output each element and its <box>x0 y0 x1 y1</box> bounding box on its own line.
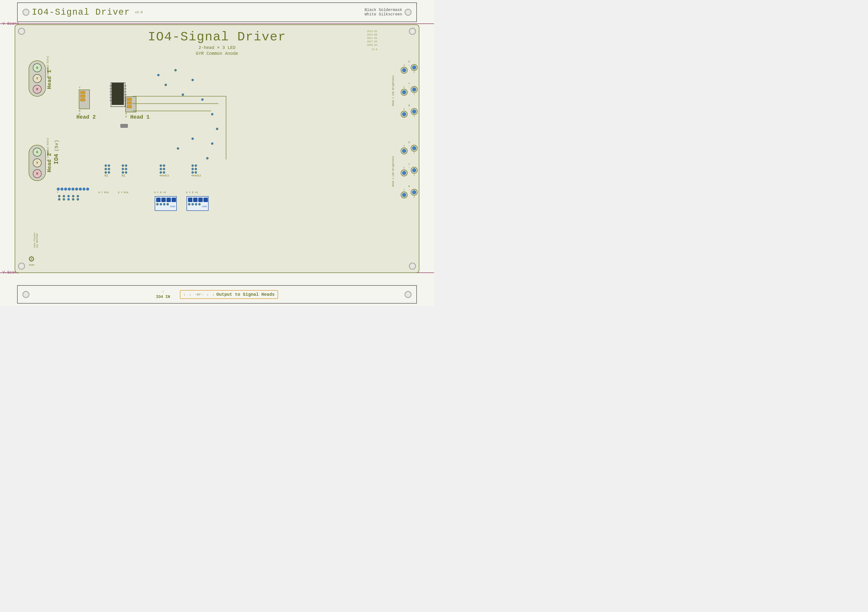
scatter-hole-1 <box>157 74 160 76</box>
trim-pot-g1[interactable] <box>411 64 418 71</box>
trim-pot-y1[interactable] <box>411 86 418 93</box>
head2-g-pots: 2 ↑ 1 <box>401 145 418 155</box>
head11-hole-3 <box>160 168 162 170</box>
head1-r-brightness-label: R <box>408 104 410 107</box>
h1-holes <box>122 164 127 174</box>
h9 <box>72 198 74 201</box>
scatter-hole-3 <box>191 79 194 81</box>
ic-pin-l3 <box>110 91 112 92</box>
pcb-board: IO4-Signal Driver 2-head × 3 LED GYR Com… <box>15 25 419 273</box>
trace-h2 <box>133 103 219 104</box>
con2-hole3 <box>195 203 197 206</box>
con2-pin4 <box>203 198 208 202</box>
con2-pins <box>187 197 208 203</box>
head1-conn-block <box>126 96 136 112</box>
trim-pot-r3[interactable] <box>401 111 408 117</box>
head12-pair2 <box>191 168 201 170</box>
trim-pot-h2g1[interactable] <box>411 145 418 151</box>
head12-hole-6 <box>195 171 197 174</box>
trim-pot-h2g2[interactable] <box>401 147 408 155</box>
h1-label: H1 <box>122 174 127 178</box>
pcb-screw-bl <box>18 263 25 270</box>
dip-pin-2 <box>60 188 64 190</box>
trim-pot-h2r2[interactable] <box>401 192 408 198</box>
dip-row-number: 1 <box>57 191 89 193</box>
ic-pin-l4 <box>110 94 112 95</box>
trim-pot-g3[interactable] <box>401 67 408 74</box>
io4-in-label: IO4 IN <box>156 295 170 299</box>
pcb-screw-br <box>409 263 416 270</box>
dip-pin-4 <box>68 188 71 190</box>
up-arrow: ↑ <box>162 290 164 294</box>
h1-hole-3 <box>122 168 124 170</box>
con2-hole2 <box>191 203 194 206</box>
dip-connector-row: 1 <box>57 188 89 193</box>
head2-connector-block: Y R G <box>79 86 90 116</box>
head1-center-label: Head 1 <box>130 114 150 121</box>
head1-r-up: ↑ <box>409 108 410 117</box>
scatter-hole-4 <box>201 98 204 101</box>
head1-y-pot1: 1 <box>411 86 418 96</box>
conn-pin-r1 <box>127 102 132 104</box>
h1-pair3 <box>122 171 127 174</box>
con2-pin1 <box>188 198 192 202</box>
head2-r-label: R <box>79 110 90 113</box>
head2-conn-block <box>79 90 90 109</box>
screw-top-left <box>23 9 29 15</box>
con2-hole4 <box>198 203 201 206</box>
h2-hole-6 <box>108 171 110 174</box>
head2-y-label-b: Y <box>408 163 410 166</box>
trim-pot-h2y1[interactable] <box>411 167 418 174</box>
trim-pot-h2r1[interactable] <box>411 189 418 196</box>
gyrv2-label: G Y R +V <box>186 191 198 194</box>
scatter-hole-2 <box>174 69 177 71</box>
head12-pair3 <box>191 171 201 174</box>
scatter-hole-11 <box>191 138 194 140</box>
version: v2.0 <box>367 48 377 51</box>
h2g-pot2: 2 <box>401 145 408 155</box>
output-arrow-2: ↓ <box>189 292 191 297</box>
h1 <box>58 195 60 198</box>
trim-pot-h2y2[interactable] <box>401 170 408 176</box>
ic-pin-l5 <box>110 97 112 98</box>
head1-r-pots: 3 ↑ 1 <box>401 108 418 117</box>
head11-hole-5 <box>160 171 162 174</box>
con3-hole3 <box>163 203 166 206</box>
head1-y-brightness-label: Y <box>408 82 410 85</box>
head1-y-pots: 3 ↑ 1 <box>401 86 418 96</box>
head11-pair2 <box>160 168 169 170</box>
output-label: Output to Signal Heads <box>216 292 274 297</box>
head11-hole-6 <box>163 171 165 174</box>
h1-hole-4 <box>125 168 127 170</box>
head2-center-label: Head 2 <box>76 114 96 121</box>
h2r-pot1: 1 <box>411 189 418 198</box>
con2-label: CON2 <box>187 206 208 208</box>
head11-hole-1 <box>160 164 162 167</box>
scatter-hole-6 <box>216 128 219 130</box>
head2-r-label-b: R <box>408 185 410 188</box>
gyru-h2-label: G Y R+U <box>98 191 108 194</box>
head2-g-trim: G 2 ↑ 1 <box>401 141 418 155</box>
trim-pot-r1[interactable] <box>411 108 418 115</box>
head12-hole-1 <box>191 164 194 167</box>
head12-connector-area: Head12 <box>191 164 201 177</box>
dip-pin-1 <box>57 188 60 190</box>
con3-block: CON3 <box>155 196 177 211</box>
pcb-title-area: IO4-Signal Driver 2-head × 3 LED GYR Com… <box>59 30 375 56</box>
bottom-panel: ↑ IO4 IN ↓ ↓ -or- ↓ ↓ Output to Signal H… <box>17 285 417 304</box>
or-label: -or- <box>195 292 203 297</box>
ic-pin-r2 <box>124 88 126 89</box>
scatter-hole-7 <box>211 142 214 145</box>
ic-pin-r1 <box>124 85 126 87</box>
head12-label: Head12 <box>191 174 201 177</box>
h1-hole-6 <box>125 171 127 174</box>
gear-oshw-area: ⚙ OSHW <box>29 255 34 266</box>
output-arrow-4: ↓ <box>212 292 214 297</box>
dip-pin-3 <box>64 188 67 190</box>
h6 <box>58 198 60 201</box>
head1-g-pot3: 3 <box>401 64 408 74</box>
output-section: ↓ ↓ -or- ↓ ↓ Output to Signal Heads <box>180 290 278 299</box>
trim-pot-y3[interactable] <box>401 89 408 96</box>
h2y-up: ↑ <box>409 167 410 176</box>
io4-voltage: (5v) <box>54 140 59 151</box>
